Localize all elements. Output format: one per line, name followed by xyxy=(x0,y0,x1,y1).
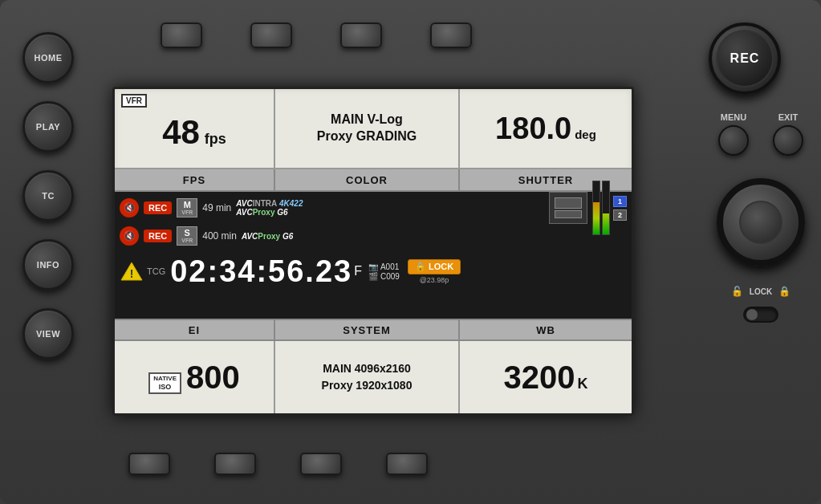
m-badge: M VFR xyxy=(177,198,197,217)
timecode-value: 02:34:56.23 xyxy=(170,254,352,289)
channel-badges: 1 2 xyxy=(613,196,627,221)
menu-label: MENU xyxy=(721,112,746,122)
codec3-text: AVCProxy G6 xyxy=(242,232,293,241)
rec-badge-2: REC xyxy=(144,230,172,242)
lcd-bottom-row: NATIVE ISO 800 MAIN 4096x2160 Proxy 1920… xyxy=(115,341,632,413)
home-button[interactable]: HOME xyxy=(22,32,74,83)
lcd-rec-area: 🔇 REC M VFR 49 min AVCINTRA 4K422 AVCPro… xyxy=(115,192,632,319)
rec-thumbnail xyxy=(549,192,587,224)
codec2-text: AVCProxy G6 xyxy=(236,208,303,217)
color-cell: MAIN V-Log Proxy GRADING xyxy=(275,89,460,168)
fps-unit: fps xyxy=(205,131,226,148)
lock-badge: 🔒 LOCK xyxy=(408,259,461,274)
codec-block-1: AVCINTRA 4K422 AVCProxy G6 xyxy=(236,199,303,217)
tc-button[interactable]: TC xyxy=(22,170,74,222)
wb-display: 3200 K xyxy=(504,360,588,396)
menu-exit-row: MENU EXIT xyxy=(718,112,803,156)
vfr-badge: VFR xyxy=(121,94,147,108)
iso-row: NATIVE ISO 800 xyxy=(148,360,240,396)
rec2-min: 400 min xyxy=(202,230,237,242)
ei-cell: NATIVE ISO 800 xyxy=(115,341,275,413)
bottom-button-2[interactable] xyxy=(214,453,256,475)
bottom-button-4[interactable] xyxy=(386,453,428,475)
lock-toggle[interactable] xyxy=(743,307,778,323)
native-iso-badge: NATIVE ISO xyxy=(148,372,181,393)
svg-text:!: ! xyxy=(130,267,134,280)
top-button-1[interactable] xyxy=(161,22,202,48)
rec-button-outer[interactable]: REC xyxy=(709,22,781,95)
rec-row-2: 🔇 REC S VFR 400 min AVCProxy G6 xyxy=(120,223,627,249)
info-button[interactable]: INFO xyxy=(22,239,74,291)
tc-row: ! TCG 02:34:56.23 F 📷 A001 🎬 C009 xyxy=(120,253,627,290)
exit-label: EXIT xyxy=(778,112,798,122)
reel-info: 📷 A001 🎬 C009 xyxy=(368,262,400,281)
system-cell: MAIN 4096x2160 Proxy 1920x1080 xyxy=(275,341,460,413)
system-label: SYSTEM xyxy=(275,320,460,339)
menu-button[interactable] xyxy=(718,125,749,156)
view-button[interactable]: VIEW xyxy=(22,308,74,360)
thumb-bottom xyxy=(555,210,582,218)
color-label: COLOR xyxy=(275,169,460,190)
fps-cell: VFR 48 fps xyxy=(115,89,275,168)
wb-unit: K xyxy=(577,376,587,392)
exit-button[interactable] xyxy=(773,125,803,156)
left-button-column: HOME PLAY TC INFO VIEW xyxy=(22,32,74,360)
lcd-screen: VFR 48 fps MAIN V-Log Proxy GRADING 180.… xyxy=(112,87,634,416)
codec1-text: AVCINTRA 4K422 xyxy=(236,199,303,208)
s-badge: S VFR xyxy=(177,226,197,246)
bottom-button-1[interactable] xyxy=(128,453,170,475)
system-main-line: MAIN 4096x2160 Proxy 1920x1080 xyxy=(322,360,413,394)
rec-row-1: 🔇 REC M VFR 49 min AVCINTRA 4K422 AVCPro… xyxy=(120,195,627,221)
rec1-min: 49 min xyxy=(202,202,231,213)
lock-open-icon: 🔓 xyxy=(731,286,743,297)
fps-value: 48 xyxy=(162,116,200,149)
top-button-3[interactable] xyxy=(340,22,382,48)
wb-value: 3200 xyxy=(504,360,575,396)
fps-label: FPS xyxy=(115,169,275,190)
wb-label: WB xyxy=(460,320,632,339)
bottom-button-row xyxy=(128,453,428,475)
thumb-top xyxy=(555,197,582,209)
right-controls: MENU EXIT 🔓 LOCK 🔒 xyxy=(717,112,805,323)
warning-icon: ! xyxy=(120,261,144,282)
shutter-unit: deg xyxy=(575,128,596,141)
tc-frame: F xyxy=(354,264,362,278)
tcg-label: TCG xyxy=(147,266,165,276)
lcd-bottom-label-row: EI SYSTEM WB xyxy=(115,319,632,341)
channel-1-badge: 1 xyxy=(613,196,627,207)
jog-dial[interactable] xyxy=(717,178,805,266)
top-button-2[interactable] xyxy=(250,22,292,48)
top-button-4[interactable] xyxy=(430,22,472,48)
shutter-cell: 180.0 deg xyxy=(460,89,632,168)
rec-button[interactable]: REC xyxy=(716,30,774,87)
play-button[interactable]: PLAY xyxy=(22,101,74,152)
bottom-button-3[interactable] xyxy=(300,453,342,475)
lock-info: 🔒 LOCK @23.98p xyxy=(408,259,461,284)
wb-cell: 3200 K xyxy=(460,341,632,413)
lcd-top-row: VFR 48 fps MAIN V-Log Proxy GRADING 180.… xyxy=(115,89,632,169)
shutter-value: 180.0 xyxy=(495,112,571,146)
mute-icon-2: 🔇 xyxy=(120,226,139,246)
lock-closed-icon: 🔒 xyxy=(778,286,791,297)
camera-body: HOME PLAY TC INFO VIEW REC MENU EXIT 🔓 L… xyxy=(0,0,821,504)
channel-2-badge: 2 xyxy=(613,209,627,221)
lock-section: 🔓 LOCK 🔒 xyxy=(731,286,791,297)
mute-icon-1: 🔇 xyxy=(120,198,139,217)
rec-button-label: REC xyxy=(730,51,760,66)
lock-fps: @23.98p xyxy=(420,276,449,284)
rec-badge-1: REC xyxy=(144,201,172,214)
top-button-row xyxy=(161,22,472,48)
lock-toggle-knob xyxy=(746,309,758,320)
ei-label: EI xyxy=(115,320,275,339)
color-main-line: MAIN V-Log Proxy GRADING xyxy=(317,112,417,145)
ei-value: 800 xyxy=(186,360,240,396)
lock-text: LOCK xyxy=(750,287,772,296)
